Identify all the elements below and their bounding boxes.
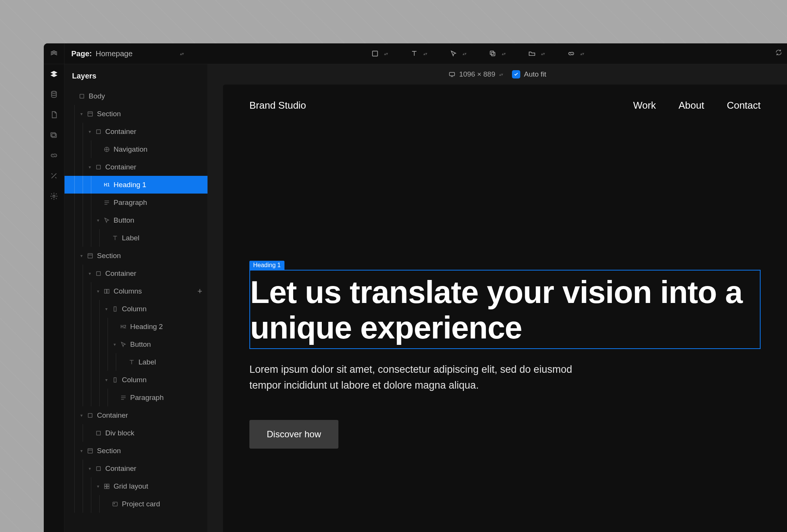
layer-node[interactable]: Body <box>65 87 208 105</box>
layer-node[interactable]: H1Heading 1 <box>65 176 208 194</box>
add-icon[interactable]: + <box>197 286 202 296</box>
app-logo[interactable] <box>44 43 65 64</box>
layer-node[interactable]: Navigation <box>65 140 208 158</box>
hero-paragraph[interactable]: Lorem ipsum dolor sit amet, consectetur … <box>249 362 574 394</box>
nav-icon <box>103 146 111 153</box>
layer-label: Column <box>122 376 146 384</box>
text-icon <box>128 358 135 366</box>
viewport-size[interactable]: 1096 × 889 ▴▾ <box>449 70 503 78</box>
layer-node[interactable]: Label <box>65 353 208 371</box>
twisty-icon[interactable]: ▾ <box>87 466 92 471</box>
nav-link-about[interactable]: About <box>678 100 704 111</box>
rail-page[interactable] <box>49 110 58 119</box>
para-icon <box>120 394 127 401</box>
hero-heading[interactable]: Let us translate your vision into a uniq… <box>250 271 760 348</box>
svg-rect-11 <box>97 165 101 169</box>
main: Layers Body▾Section▾ContainerNavigation▾… <box>44 64 787 532</box>
rail-assets[interactable] <box>49 131 58 140</box>
layer-tree: Body▾Section▾ContainerNavigation▾Contain… <box>65 87 208 513</box>
twisty-icon[interactable]: ▾ <box>104 377 109 383</box>
twisty-icon[interactable]: ▾ <box>87 165 92 170</box>
autofit-toggle[interactable]: Auto fit <box>512 70 546 78</box>
svg-rect-20 <box>88 449 92 453</box>
chevron-updown-icon: ▴▾ <box>384 51 388 56</box>
layer-label: Section <box>97 447 121 455</box>
layer-node[interactable]: ▾Section <box>65 105 208 123</box>
layer-node[interactable]: ▾Container <box>65 158 208 176</box>
twisty-icon[interactable]: ▾ <box>87 271 92 276</box>
layer-node[interactable]: ▾Container <box>65 264 208 282</box>
nav-link-contact[interactable]: Contact <box>727 100 761 111</box>
layer-node[interactable]: Label <box>65 229 208 247</box>
rail-layers[interactable] <box>49 69 58 78</box>
layer-label: Container <box>105 128 136 136</box>
layer-node[interactable]: ▾Section <box>65 442 208 460</box>
container-icon <box>95 128 102 135</box>
layer-node[interactable]: ▾Button <box>65 335 208 353</box>
layer-label: Container <box>97 411 128 420</box>
twisty-icon[interactable]: ▾ <box>79 448 84 454</box>
svg-rect-8 <box>88 112 92 116</box>
select-tool[interactable]: ▴▾ <box>450 50 466 57</box>
layer-node[interactable]: ▾Button <box>65 211 208 229</box>
layer-node[interactable]: ▾Container <box>65 406 208 424</box>
selected-element[interactable]: Heading 1 Let us translate your vision i… <box>249 270 761 349</box>
twisty-icon[interactable]: ▾ <box>95 218 101 223</box>
square-icon <box>78 92 86 100</box>
layer-node[interactable]: ▾Column <box>65 371 208 389</box>
twisty-icon[interactable]: ▾ <box>104 306 109 312</box>
layer-node[interactable]: ▾Container <box>65 460 208 477</box>
twisty-icon[interactable]: ▾ <box>79 253 84 258</box>
layer-node[interactable]: Paragraph <box>65 389 208 406</box>
h2-icon: H2 <box>120 323 127 331</box>
twisty-icon[interactable]: ▾ <box>79 111 84 117</box>
cta-button[interactable]: Discover how <box>249 420 338 449</box>
layer-node[interactable]: ▾Container <box>65 123 208 140</box>
viewport-dimensions: 1096 × 889 <box>459 70 495 78</box>
twisty-icon[interactable]: ▾ <box>112 342 117 347</box>
svg-rect-16 <box>114 307 116 311</box>
layer-node[interactable]: Div block <box>65 424 208 442</box>
layer-node[interactable]: ▾Grid layout <box>65 477 208 495</box>
toolbar: ▴▾ ▴▾ ▴▾ ▴▾ ▴▾ ▴▾ <box>371 50 599 57</box>
svg-rect-26 <box>113 502 117 506</box>
layer-label: Button <box>130 340 151 349</box>
layer-node[interactable]: ▾Columns+ <box>65 282 208 300</box>
layer-node[interactable]: Paragraph <box>65 194 208 211</box>
twisty-icon[interactable]: ▾ <box>95 289 101 294</box>
twisty-icon[interactable]: ▾ <box>87 129 92 134</box>
canvas-frame[interactable]: Brand Studio Work About Contact Heading … <box>223 85 787 532</box>
layer-node[interactable]: ▾Section <box>65 247 208 264</box>
svg-rect-1 <box>491 52 495 56</box>
twisty-icon[interactable]: ▾ <box>95 484 101 489</box>
layer-label: Heading 1 <box>114 181 146 189</box>
cursor-icon <box>103 217 111 224</box>
rail-magic[interactable] <box>49 171 58 180</box>
folder-tool[interactable]: ▴▾ <box>528 50 545 57</box>
page-selector[interactable]: Page: Homepage ▴▾ <box>65 49 191 58</box>
copy-tool[interactable]: ▴▾ <box>489 50 506 57</box>
columns-icon <box>103 288 111 295</box>
rail-link[interactable] <box>49 151 58 160</box>
rail-data[interactable] <box>49 90 58 99</box>
svg-rect-14 <box>105 289 106 293</box>
layer-node[interactable]: Project card <box>65 495 208 513</box>
card-icon <box>111 500 119 508</box>
rail-settings[interactable] <box>49 192 58 201</box>
text-tool[interactable]: ▴▾ <box>410 50 427 57</box>
svg-rect-5 <box>51 133 55 137</box>
svg-rect-15 <box>107 289 109 293</box>
frame-tool[interactable]: ▴▾ <box>371 50 388 57</box>
nav-link-work[interactable]: Work <box>633 100 656 111</box>
link-tool[interactable]: ▴▾ <box>567 50 584 57</box>
layer-node[interactable]: ▾Column <box>65 300 208 318</box>
layer-label: Paragraph <box>130 394 164 402</box>
chevron-updown-icon: ▴▾ <box>463 51 466 56</box>
container-icon <box>95 270 102 277</box>
svg-rect-2 <box>490 51 493 54</box>
layer-node[interactable]: H2Heading 2 <box>65 318 208 335</box>
svg-rect-13 <box>97 271 101 275</box>
twisty-icon[interactable]: ▾ <box>79 413 84 418</box>
sync-icon[interactable] <box>775 49 782 56</box>
svg-rect-7 <box>80 94 84 98</box>
